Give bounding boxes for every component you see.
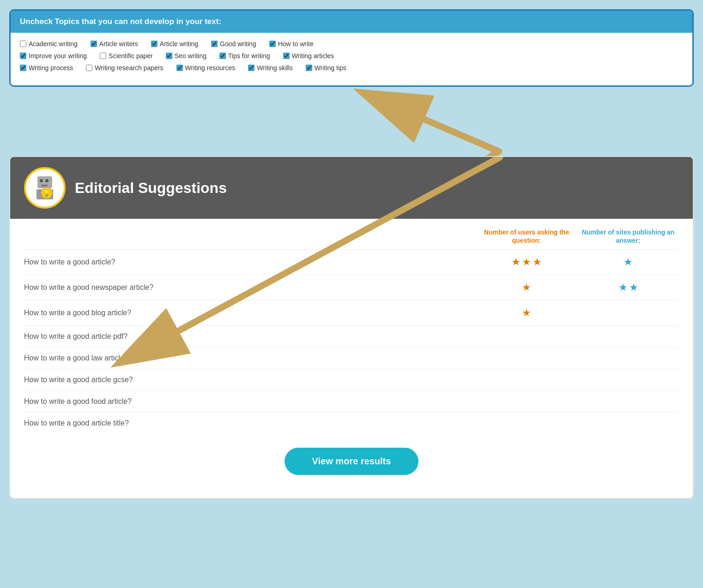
suggestion-row-5[interactable]: How to write a good article gcse?	[24, 369, 679, 391]
user-star-icon: ★	[522, 307, 531, 319]
suggestion-row-7[interactable]: How to write a good article title?	[24, 413, 679, 434]
topic-how-to-write[interactable]: How to write	[269, 40, 314, 48]
topics-row-2: Improve your writing Scientific paper Se…	[20, 52, 683, 60]
view-more-button[interactable]: View more results	[285, 448, 419, 475]
site-stars-0: ★	[577, 256, 679, 268]
topics-body: Academic writing Article writers Article…	[11, 33, 692, 85]
table-header-row: Number of users asking the question: Num…	[24, 219, 679, 250]
suggestion-row-0[interactable]: How to write a good article?★★★★	[24, 250, 679, 275]
topic-writing-process[interactable]: Writing process	[20, 64, 73, 72]
topic-writing-research-papers[interactable]: Writing research papers	[86, 64, 163, 72]
topics-header-text: Uncheck Topics that you can not develop …	[20, 17, 221, 26]
annotation-arrows	[9, 87, 694, 156]
suggestion-row-6[interactable]: How to write a good food article?	[24, 391, 679, 413]
topic-improve-writing[interactable]: Improve your writing	[20, 52, 87, 60]
col-sites-header: Number of sites publishing an answer:	[577, 228, 679, 245]
suggestion-question-7: How to write a good article title?	[24, 419, 476, 427]
site-stars-1: ★★	[577, 282, 679, 294]
user-star-icon: ★	[522, 282, 531, 294]
site-star-icon: ★	[624, 256, 633, 268]
site-star-icon: ★	[618, 282, 628, 294]
topic-scientific-paper[interactable]: Scientific paper	[100, 52, 153, 60]
lightbulb-icon: 💡	[41, 187, 52, 198]
upper-arrow	[365, 94, 499, 151]
user-star-icon: ★	[511, 256, 521, 268]
suggestion-question-0: How to write a good article?	[24, 258, 476, 266]
col-users-header: Number of users asking the question:	[476, 228, 577, 245]
topic-writing-articles[interactable]: Writing articles	[283, 52, 334, 60]
view-more-container: View more results	[24, 434, 679, 484]
suggestion-row-2[interactable]: How to write a good blog article?★	[24, 300, 679, 326]
topic-writing-resources[interactable]: Writing resources	[176, 64, 236, 72]
suggestion-row-4[interactable]: How to write a good law article?	[24, 348, 679, 369]
editorial-title: Editorial Suggestions	[75, 180, 227, 197]
user-stars-0: ★★★	[476, 256, 577, 268]
site-star-icon: ★	[629, 282, 638, 294]
col-sites-label: Number of sites publishing an answer:	[577, 228, 679, 245]
editorial-section: 💡 Editorial Suggestions Number of users …	[9, 156, 694, 499]
topic-writing-tips[interactable]: Writing tips	[306, 64, 346, 72]
user-stars-2: ★	[476, 307, 577, 319]
topic-article-writing[interactable]: Article writing	[151, 40, 198, 48]
robot-avatar: 💡	[24, 167, 66, 209]
topics-row-3: Writing process Writing research papers …	[20, 64, 683, 72]
topic-seo-writing[interactable]: Seo writing	[166, 52, 206, 60]
topic-academic-writing[interactable]: Academic writing	[20, 40, 78, 48]
suggestion-question-3: How to write a good article pdf?	[24, 332, 476, 341]
annotation-area	[9, 87, 694, 156]
topic-tips-writing[interactable]: Tips for writing	[219, 52, 270, 60]
topic-writing-skills[interactable]: Writing skills	[248, 64, 293, 72]
suggestion-row-1[interactable]: How to write a good newspaper article?★★…	[24, 275, 679, 300]
user-star-icon: ★	[533, 256, 542, 268]
topics-header: Uncheck Topics that you can not develop …	[11, 11, 692, 33]
topic-article-writers[interactable]: Article writers	[91, 40, 138, 48]
robot-head-icon	[37, 176, 52, 188]
editorial-header: 💡 Editorial Suggestions	[10, 157, 693, 219]
user-star-icon: ★	[522, 256, 531, 268]
suggestion-question-5: How to write a good article gcse?	[24, 376, 476, 384]
suggestion-question-4: How to write a good law article?	[24, 354, 476, 362]
topics-row-1: Academic writing Article writers Article…	[20, 40, 683, 48]
col-users-label: Number of users asking the question:	[476, 228, 577, 245]
suggestion-question-6: How to write a good food article?	[24, 397, 476, 406]
topic-good-writing[interactable]: Good writing	[211, 40, 256, 48]
suggestion-row-3[interactable]: How to write a good article pdf?	[24, 326, 679, 348]
lower-arrow-line	[162, 151, 499, 156]
topics-container: Uncheck Topics that you can not develop …	[9, 9, 694, 87]
suggestions-table: Number of users asking the question: Num…	[10, 219, 693, 498]
suggestion-question-2: How to write a good blog article?	[24, 309, 476, 317]
robot-body: 💡	[36, 176, 53, 199]
suggestion-question-1: How to write a good newspaper article?	[24, 283, 476, 292]
user-stars-1: ★	[476, 282, 577, 294]
suggestions-rows-container: How to write a good article?★★★★How to w…	[24, 250, 679, 434]
